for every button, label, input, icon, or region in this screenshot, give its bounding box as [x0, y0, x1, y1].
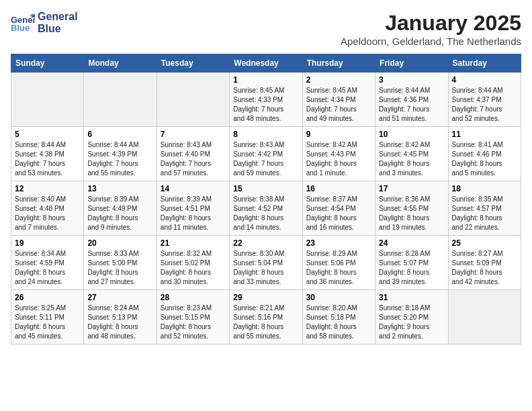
day-info: Sunrise: 8:25 AM Sunset: 5:11 PM Dayligh…: [15, 304, 80, 341]
logo-blue: Blue: [38, 23, 78, 35]
calendar-cell: 19Sunrise: 8:34 AM Sunset: 4:59 PM Dayli…: [11, 236, 84, 290]
day-number: 22: [233, 238, 298, 248]
calendar-cell: 6Sunrise: 8:44 AM Sunset: 4:39 PM Daylig…: [84, 127, 157, 181]
day-info: Sunrise: 8:34 AM Sunset: 4:59 PM Dayligh…: [15, 249, 80, 287]
calendar-cell: 9Sunrise: 8:42 AM Sunset: 4:43 PM Daylig…: [302, 127, 375, 181]
calendar-cell: 1Sunrise: 8:45 AM Sunset: 4:33 PM Daylig…: [230, 73, 302, 127]
day-number: 24: [379, 238, 444, 248]
day-info: Sunrise: 8:18 AM Sunset: 5:20 PM Dayligh…: [379, 304, 444, 341]
day-info: Sunrise: 8:30 AM Sunset: 5:04 PM Dayligh…: [233, 249, 298, 287]
weekday-header-sunday: Sunday: [11, 54, 84, 73]
day-number: 18: [452, 184, 517, 193]
calendar-cell: 20Sunrise: 8:33 AM Sunset: 5:00 PM Dayli…: [84, 236, 157, 290]
logo-general: General: [38, 11, 78, 23]
calendar-cell: 30Sunrise: 8:20 AM Sunset: 5:18 PM Dayli…: [302, 290, 375, 345]
day-number: 11: [452, 130, 517, 139]
day-info: Sunrise: 8:28 AM Sunset: 5:07 PM Dayligh…: [379, 249, 444, 287]
day-number: 28: [161, 293, 226, 302]
calendar-cell: 8Sunrise: 8:43 AM Sunset: 4:42 PM Daylig…: [230, 127, 302, 181]
day-info: Sunrise: 8:24 AM Sunset: 5:13 PM Dayligh…: [87, 304, 152, 341]
day-number: 1: [233, 75, 298, 85]
calendar-cell: 10Sunrise: 8:42 AM Sunset: 4:45 PM Dayli…: [375, 127, 448, 181]
calendar-cell: 14Sunrise: 8:39 AM Sunset: 4:51 PM Dayli…: [157, 181, 229, 236]
location-title: Apeldoorn, Gelderland, The Netherlands: [341, 36, 521, 47]
weekday-header-thursday: Thursday: [302, 54, 375, 73]
day-info: Sunrise: 8:39 AM Sunset: 4:51 PM Dayligh…: [161, 195, 226, 232]
calendar-cell: 24Sunrise: 8:28 AM Sunset: 5:07 PM Dayli…: [375, 236, 448, 290]
day-info: Sunrise: 8:36 AM Sunset: 4:55 PM Dayligh…: [379, 195, 444, 232]
weekday-header-monday: Monday: [84, 54, 157, 73]
header: General Blue General Blue January 2025 A…: [11, 11, 521, 47]
day-number: 12: [15, 184, 80, 193]
day-number: 5: [15, 130, 80, 139]
calendar-cell: 23Sunrise: 8:29 AM Sunset: 5:06 PM Dayli…: [302, 236, 375, 290]
calendar-cell: 15Sunrise: 8:38 AM Sunset: 4:52 PM Dayli…: [230, 181, 302, 236]
weekday-header-row: SundayMondayTuesdayWednesdayThursdayFrid…: [11, 54, 521, 73]
calendar-cell: [157, 73, 229, 127]
day-info: Sunrise: 8:32 AM Sunset: 5:02 PM Dayligh…: [161, 249, 226, 287]
day-info: Sunrise: 8:44 AM Sunset: 4:39 PM Dayligh…: [87, 140, 152, 178]
calendar-cell: 17Sunrise: 8:36 AM Sunset: 4:55 PM Dayli…: [375, 181, 448, 236]
day-number: 17: [379, 184, 444, 193]
day-info: Sunrise: 8:38 AM Sunset: 4:52 PM Dayligh…: [233, 195, 298, 232]
day-info: Sunrise: 8:43 AM Sunset: 4:42 PM Dayligh…: [233, 140, 298, 178]
day-info: Sunrise: 8:41 AM Sunset: 4:46 PM Dayligh…: [452, 140, 517, 178]
weekday-header-tuesday: Tuesday: [157, 54, 229, 73]
calendar-week-3: 12Sunrise: 8:40 AM Sunset: 4:48 PM Dayli…: [11, 181, 521, 236]
logo-icon: General Blue: [11, 13, 35, 32]
calendar-table: SundayMondayTuesdayWednesdayThursdayFrid…: [11, 54, 521, 345]
day-info: Sunrise: 8:23 AM Sunset: 5:15 PM Dayligh…: [161, 304, 226, 341]
day-number: 15: [233, 184, 298, 193]
calendar-cell: 13Sunrise: 8:39 AM Sunset: 4:49 PM Dayli…: [84, 181, 157, 236]
weekday-header-wednesday: Wednesday: [230, 54, 302, 73]
day-info: Sunrise: 8:40 AM Sunset: 4:48 PM Dayligh…: [15, 195, 80, 232]
day-number: 30: [306, 293, 371, 302]
day-number: 16: [306, 184, 371, 193]
day-number: 3: [379, 75, 444, 85]
day-info: Sunrise: 8:35 AM Sunset: 4:57 PM Dayligh…: [452, 195, 517, 232]
title-area: January 2025 Apeldoorn, Gelderland, The …: [341, 11, 521, 47]
day-number: 7: [161, 130, 226, 139]
day-number: 6: [87, 130, 152, 139]
calendar-cell: 3Sunrise: 8:44 AM Sunset: 4:36 PM Daylig…: [375, 73, 448, 127]
day-info: Sunrise: 8:33 AM Sunset: 5:00 PM Dayligh…: [87, 249, 152, 287]
weekday-header-saturday: Saturday: [448, 54, 521, 73]
calendar-cell: 31Sunrise: 8:18 AM Sunset: 5:20 PM Dayli…: [375, 290, 448, 345]
day-number: 19: [15, 238, 80, 248]
calendar-cell: 29Sunrise: 8:21 AM Sunset: 5:16 PM Dayli…: [230, 290, 302, 345]
calendar-week-1: 1Sunrise: 8:45 AM Sunset: 4:33 PM Daylig…: [11, 73, 521, 127]
day-number: 14: [161, 184, 226, 193]
calendar-week-5: 26Sunrise: 8:25 AM Sunset: 5:11 PM Dayli…: [11, 290, 521, 345]
calendar-cell: 11Sunrise: 8:41 AM Sunset: 4:46 PM Dayli…: [448, 127, 521, 181]
calendar-cell: 26Sunrise: 8:25 AM Sunset: 5:11 PM Dayli…: [11, 290, 84, 345]
day-info: Sunrise: 8:37 AM Sunset: 4:54 PM Dayligh…: [306, 195, 371, 232]
month-title: January 2025: [341, 11, 521, 36]
calendar-week-2: 5Sunrise: 8:44 AM Sunset: 4:38 PM Daylig…: [11, 127, 521, 181]
day-info: Sunrise: 8:20 AM Sunset: 5:18 PM Dayligh…: [306, 304, 371, 341]
day-number: 13: [87, 184, 152, 193]
day-info: Sunrise: 8:45 AM Sunset: 4:34 PM Dayligh…: [306, 86, 371, 124]
day-number: 20: [87, 238, 152, 248]
calendar-cell: [84, 73, 157, 127]
calendar-cell: 7Sunrise: 8:43 AM Sunset: 4:40 PM Daylig…: [157, 127, 229, 181]
day-info: Sunrise: 8:44 AM Sunset: 4:37 PM Dayligh…: [452, 86, 517, 124]
day-number: 4: [452, 75, 517, 85]
day-info: Sunrise: 8:42 AM Sunset: 4:45 PM Dayligh…: [379, 140, 444, 178]
day-number: 23: [306, 238, 371, 248]
calendar-cell: 28Sunrise: 8:23 AM Sunset: 5:15 PM Dayli…: [157, 290, 229, 345]
day-number: 10: [379, 130, 444, 139]
calendar-cell: 4Sunrise: 8:44 AM Sunset: 4:37 PM Daylig…: [448, 73, 521, 127]
calendar-cell: 22Sunrise: 8:30 AM Sunset: 5:04 PM Dayli…: [230, 236, 302, 290]
day-number: 21: [161, 238, 226, 248]
calendar-cell: 12Sunrise: 8:40 AM Sunset: 4:48 PM Dayli…: [11, 181, 84, 236]
calendar-week-4: 19Sunrise: 8:34 AM Sunset: 4:59 PM Dayli…: [11, 236, 521, 290]
day-info: Sunrise: 8:42 AM Sunset: 4:43 PM Dayligh…: [306, 140, 371, 178]
day-info: Sunrise: 8:27 AM Sunset: 5:09 PM Dayligh…: [452, 249, 517, 287]
day-info: Sunrise: 8:45 AM Sunset: 4:33 PM Dayligh…: [233, 86, 298, 124]
day-number: 31: [379, 293, 444, 302]
day-number: 29: [233, 293, 298, 302]
calendar-cell: [11, 73, 84, 127]
logo: General Blue General Blue: [11, 11, 78, 34]
svg-text:Blue: Blue: [11, 23, 30, 32]
day-info: Sunrise: 8:39 AM Sunset: 4:49 PM Dayligh…: [87, 195, 152, 232]
